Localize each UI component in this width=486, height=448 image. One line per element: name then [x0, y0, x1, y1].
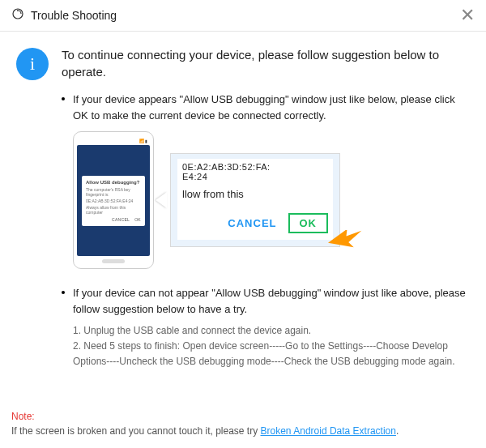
phone-ok: OK: [134, 217, 141, 222]
bullet-1-text: If your device appears "Allow USB debugg…: [73, 92, 470, 123]
callout-pointer: [156, 192, 167, 208]
phone-dialog-line1: The computer's RSA key fingerprint is:: [86, 187, 141, 197]
phone-dialog-check: Always allow from this computer: [86, 205, 141, 215]
phone-dialog-line2: 0E:A2:AB:3D:52:FA:E4:24: [86, 198, 141, 203]
phone-dialog-title: Allow USB debugging?: [86, 180, 141, 185]
step-2: 2. Need 5 steps to finish: Open device s…: [73, 339, 470, 369]
ok-button: OK: [288, 213, 329, 233]
phone-mockup: 📶 ▮ Allow USB debugging? The computer's …: [73, 131, 154, 269]
cancel-button: CANCEL: [228, 217, 276, 229]
titlebar: Trouble Shooting ✕: [0, 0, 486, 32]
footer-dot: .: [396, 425, 399, 437]
body: To continue connecting your device, plea…: [62, 46, 470, 370]
footer: Note: If the screen is broken and you ca…: [11, 409, 475, 438]
phone-home-button: [102, 259, 125, 263]
window-title: Trouble Shooting: [31, 9, 117, 22]
titlebar-left: Trouble Shooting: [11, 7, 117, 23]
phone-dialog: Allow USB debugging? The computer's RSA …: [82, 176, 145, 226]
footer-text: If the screen is broken and you cannot t…: [11, 425, 261, 437]
phone-statusbar: 📶 ▮: [77, 137, 150, 145]
bullet-1: If your device appears "Allow USB debugg…: [62, 92, 470, 123]
arrow-icon: [328, 230, 364, 258]
info-icon: i: [16, 48, 49, 80]
close-button[interactable]: ✕: [460, 6, 475, 24]
fingerprint-line2: E4:24: [182, 172, 328, 181]
bullet-dot: [62, 291, 65, 294]
bullet-dot: [62, 97, 65, 100]
zoomed-dialog: 0E:A2:AB:3D:52:FA: E4:24 llow from this …: [170, 153, 340, 247]
illustration: 📶 ▮ Allow USB debugging? The computer's …: [73, 131, 470, 269]
steps-list: 1. Unplug the USB cable and connect the …: [73, 323, 470, 370]
svg-marker-2: [328, 230, 364, 254]
heading-text: To continue connecting your device, plea…: [62, 46, 470, 80]
step-1: 1. Unplug the USB cable and connect the …: [73, 323, 470, 339]
app-icon: [11, 7, 24, 23]
phone-dialog-buttons: CANCEL OK: [86, 217, 141, 222]
bullet-2: If your device can not appear "Allow USB…: [62, 285, 470, 317]
zoom-buttons: CANCEL OK: [182, 213, 328, 233]
fingerprint-line1: 0E:A2:AB:3D:52:FA:: [182, 162, 328, 172]
content: i To continue connecting your device, pl…: [0, 32, 486, 378]
svg-marker-1: [17, 10, 19, 11]
note-label: Note:: [11, 411, 35, 422]
phone-cancel: CANCEL: [112, 217, 130, 222]
bullet-2-text: If your device can not appear "Allow USB…: [73, 285, 470, 317]
allow-text: llow from this: [182, 188, 328, 200]
zoomed-inner: 0E:A2:AB:3D:52:FA: E4:24 llow from this …: [177, 159, 333, 240]
broken-android-link[interactable]: Broken Android Data Extraction: [261, 425, 396, 437]
phone-screen: Allow USB debugging? The computer's RSA …: [77, 145, 150, 256]
